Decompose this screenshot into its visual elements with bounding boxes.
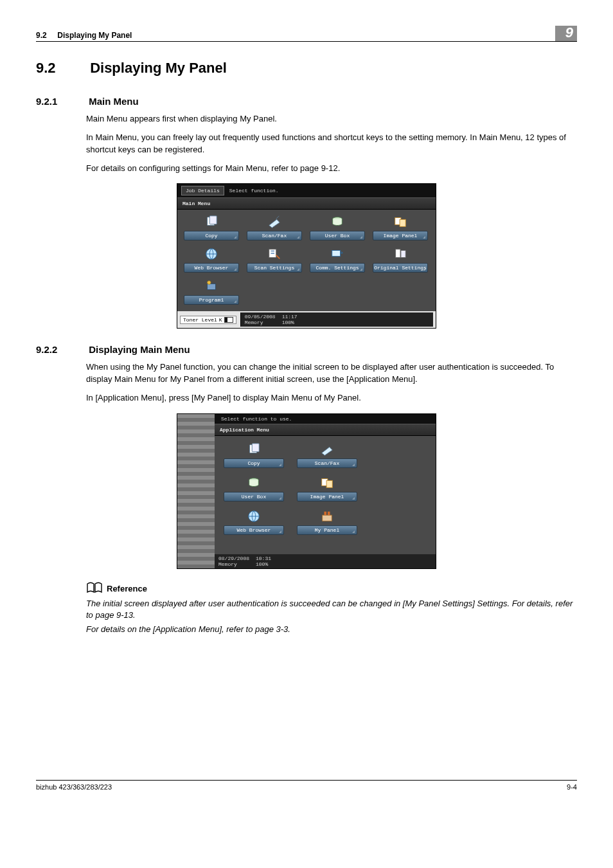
svg-rect-20 bbox=[326, 480, 332, 487]
subsection-title: Displaying Main Menu bbox=[89, 344, 190, 355]
paragraph: For details on configuring settings for … bbox=[86, 163, 577, 175]
menu-label: My Panel bbox=[297, 525, 357, 535]
program-icon bbox=[204, 279, 219, 293]
status-mem-value: 100% bbox=[282, 320, 294, 325]
menu-label: User Box bbox=[224, 492, 284, 502]
status-time: 10:31 bbox=[256, 556, 271, 561]
panel-title-bar: Application Menu bbox=[215, 424, 436, 436]
paragraph: In [Application Menu], press [My Panel] … bbox=[86, 392, 577, 404]
menu-label: Scan/Fax bbox=[247, 231, 302, 240]
svg-rect-10 bbox=[332, 251, 341, 257]
section-heading: 9.2 Displaying My Panel bbox=[36, 60, 577, 77]
globe-icon bbox=[246, 509, 262, 523]
subsection-heading-2: 9.2.2 Displaying Main Menu bbox=[36, 344, 577, 355]
toner-k: K bbox=[219, 317, 222, 323]
running-head: 9.2 Displaying My Panel bbox=[36, 31, 132, 40]
menu-item-scanfax[interactable]: Scan/Fax bbox=[297, 442, 357, 468]
svg-rect-23 bbox=[324, 512, 326, 516]
paragraph: In Main Menu, you can freely lay out fre… bbox=[86, 132, 577, 156]
userbox-icon bbox=[330, 215, 345, 229]
reference-paragraph: For details on the [Application Menu], r… bbox=[86, 624, 577, 635]
imagepanel-icon bbox=[393, 215, 408, 229]
menu-label: Web Browser bbox=[184, 263, 239, 273]
menu-item-mypanel[interactable]: My Panel bbox=[297, 509, 357, 535]
reference-paragraph: The initial screen displayed after user … bbox=[86, 598, 577, 621]
menu-label: Image Panel bbox=[297, 492, 357, 502]
svg-rect-8 bbox=[271, 251, 275, 252]
subsection-number: 9.2.1 bbox=[36, 96, 86, 107]
menu-item-scanfax[interactable]: Scan/Fax bbox=[247, 215, 302, 240]
globe-icon bbox=[204, 247, 219, 261]
menu-label: Scan Settings bbox=[247, 263, 302, 273]
comm-settings-icon bbox=[330, 247, 345, 261]
menu-item-imagepanel[interactable]: Image Panel bbox=[297, 476, 357, 502]
application-menu-screenshot: Select function to use. Application Menu… bbox=[177, 413, 436, 569]
running-head-title: Displaying My Panel bbox=[57, 31, 132, 40]
menu-item-copy[interactable]: Copy bbox=[184, 215, 239, 240]
menu-item-webbrowser[interactable]: Web Browser bbox=[224, 509, 284, 535]
status-date: 08/29/2008 bbox=[218, 556, 249, 561]
status-mem-value: 100% bbox=[256, 561, 268, 567]
scan-settings-icon bbox=[267, 247, 282, 261]
panel-status-bar: 08/29/2008 Memory 10:31 100% bbox=[215, 554, 436, 568]
svg-marker-2 bbox=[269, 220, 280, 228]
panel-top-message: Select function. bbox=[229, 188, 279, 194]
menu-label: Web Browser bbox=[224, 525, 284, 535]
svg-point-14 bbox=[208, 281, 211, 285]
userbox-icon bbox=[246, 476, 262, 490]
menu-item-scansettings[interactable]: Scan Settings bbox=[247, 247, 302, 273]
imagepanel-icon bbox=[319, 476, 335, 490]
application-menu-grid: Copy Scan/Fax User Box Image Panel bbox=[215, 436, 436, 554]
menu-item-webbrowser[interactable]: Web Browser bbox=[184, 247, 239, 273]
original-settings-icon bbox=[393, 247, 408, 261]
menu-label: User Box bbox=[310, 231, 365, 240]
reference-heading: Reference bbox=[86, 582, 577, 595]
subsection-number: 9.2.2 bbox=[36, 344, 86, 355]
copy-icon bbox=[204, 215, 219, 229]
menu-label: Image Panel bbox=[373, 231, 428, 240]
menu-label: Program1 bbox=[184, 295, 239, 305]
svg-rect-5 bbox=[400, 220, 405, 227]
svg-marker-17 bbox=[322, 447, 333, 455]
menu-label: Comm. Settings bbox=[310, 263, 365, 273]
menu-item-commsettings[interactable]: Comm. Settings bbox=[310, 247, 365, 273]
menu-item-imagepanel[interactable]: Image Panel bbox=[373, 215, 428, 240]
svg-rect-9 bbox=[271, 253, 275, 255]
chapter-tab: 9 bbox=[555, 26, 577, 41]
reference-body: The initial screen displayed after user … bbox=[86, 598, 577, 636]
toner-bar-icon bbox=[224, 317, 233, 323]
svg-rect-11 bbox=[396, 249, 400, 258]
menu-item-originalsettings[interactable]: Original Settings bbox=[373, 247, 428, 273]
section-heading-number: 9.2 bbox=[36, 60, 86, 77]
reference-heading-text: Reference bbox=[107, 584, 147, 593]
menu-item-copy[interactable]: Copy bbox=[224, 442, 284, 468]
paragraph: When using the My Panel function, you ca… bbox=[86, 361, 577, 386]
copy-icon bbox=[246, 442, 262, 457]
panel-top-message: Select function to use. bbox=[221, 416, 292, 422]
subsection-title: Main Menu bbox=[89, 96, 139, 107]
svg-rect-24 bbox=[328, 512, 330, 516]
menu-label: Original Settings bbox=[373, 263, 428, 273]
scanfax-icon bbox=[267, 215, 282, 229]
mypanel-icon bbox=[319, 509, 335, 523]
page-footer: bizhub 423/363/283/223 9-4 bbox=[36, 780, 577, 791]
menu-label: Copy bbox=[184, 231, 239, 240]
paragraph: Main Menu appears first when displaying … bbox=[86, 113, 577, 125]
svg-rect-1 bbox=[209, 216, 217, 224]
job-details-button[interactable]: Job Details bbox=[181, 186, 224, 195]
panel-status-bar: Toner Level K 09/05/2008 Memory 11:17 10… bbox=[177, 311, 436, 328]
svg-rect-22 bbox=[323, 515, 332, 521]
menu-label: Scan/Fax bbox=[297, 458, 357, 468]
subsection-2-body: When using the My Panel function, you ca… bbox=[86, 361, 577, 404]
section-heading-text: Displaying My Panel bbox=[90, 60, 227, 76]
footer-right: 9-4 bbox=[567, 783, 577, 791]
svg-rect-16 bbox=[252, 444, 259, 452]
subsection-heading-1: 9.2.1 Main Menu bbox=[36, 96, 577, 107]
toner-label: Toner Level bbox=[183, 317, 217, 323]
menu-item-program1[interactable]: Program1 bbox=[184, 279, 239, 305]
menu-item-userbox[interactable]: User Box bbox=[310, 215, 365, 240]
main-menu-grid: Copy Scan/Fax User Box Image Panel Web B… bbox=[177, 210, 436, 311]
status-time: 11:17 bbox=[282, 314, 298, 320]
menu-item-userbox[interactable]: User Box bbox=[224, 476, 284, 502]
side-stripe-decoration bbox=[177, 414, 215, 568]
